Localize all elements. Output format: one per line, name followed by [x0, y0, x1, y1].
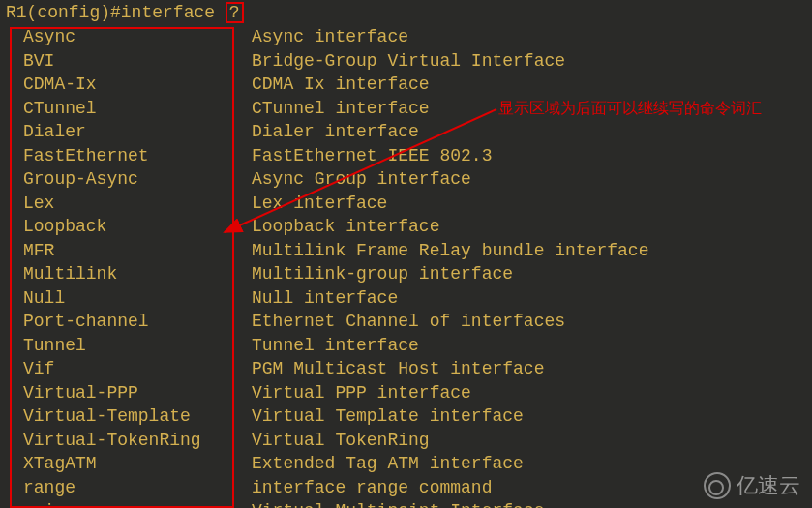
- annotation-text: 显示区域为后面可以继续写的命令词汇: [498, 99, 762, 119]
- interface-name: range: [6, 476, 252, 500]
- interface-name: Null: [6, 286, 252, 311]
- interface-name: FastEthernet: [6, 144, 252, 168]
- interface-row: MultilinkMultilink-group interface: [6, 262, 806, 286]
- help-question-mark: ?: [226, 2, 244, 23]
- interface-row: rangeinterface range command: [6, 476, 806, 500]
- interface-row: TunnelTunnel interface: [6, 334, 806, 358]
- interface-name: Async: [6, 25, 252, 49]
- interface-name: Virtual-PPP: [6, 381, 252, 405]
- interface-row: NullNull interface: [6, 286, 806, 311]
- interface-name: CDMA-Ix: [6, 73, 252, 97]
- interface-description: Loopback interface: [252, 215, 806, 239]
- interface-description: Lex interface: [252, 192, 806, 216]
- interface-help-list: AsyncAsync interfaceBVIBridge-Group Virt…: [0, 25, 812, 508]
- prompt-text: R1(config)#interface: [6, 3, 226, 22]
- interface-description: PGM Multicast Host interface: [252, 357, 806, 381]
- interface-name: Port-channel: [6, 310, 252, 334]
- interface-description: Virtual TokenRing: [252, 429, 806, 453]
- interface-row: FastEthernetFastEthernet IEEE 802.3: [6, 144, 806, 168]
- interface-row: LexLex interface: [6, 192, 806, 216]
- interface-description: Multilink-group interface: [252, 262, 806, 286]
- interface-name: BVI: [6, 49, 252, 74]
- interface-name: Multilink: [6, 262, 252, 286]
- command-prompt[interactable]: R1(config)#interface ?: [0, 0, 812, 25]
- interface-row: Virtual-TokenRingVirtual TokenRing: [6, 429, 806, 453]
- interface-description: Multilink Frame Relay bundle interface: [252, 239, 806, 263]
- interface-name: Group-Async: [6, 167, 252, 192]
- interface-description: Dialer interface: [252, 120, 806, 144]
- interface-description: Virtual Template interface: [252, 404, 806, 429]
- watermark-text: 亿速云: [737, 471, 800, 500]
- interface-row: LoopbackLoopback interface: [6, 215, 806, 239]
- interface-description: Virtual Multipoint Interface: [252, 499, 806, 508]
- interface-name: CTunnel: [6, 97, 252, 121]
- watermark-logo-icon: [704, 472, 731, 499]
- interface-description: Bridge-Group Virtual Interface: [252, 49, 806, 74]
- interface-row: Port-channelEthernet Channel of interfac…: [6, 310, 806, 334]
- interface-description: FastEthernet IEEE 802.3: [252, 144, 806, 168]
- interface-description: Tunnel interface: [252, 334, 806, 358]
- interface-name: Virtual-Template: [6, 404, 252, 429]
- interface-name: Virtual-TokenRing: [6, 429, 252, 453]
- interface-name: Dialer: [6, 120, 252, 144]
- interface-row: Virtual-PPPVirtual PPP interface: [6, 381, 806, 405]
- interface-row: VifPGM Multicast Host interface: [6, 357, 806, 381]
- interface-description: Virtual PPP interface: [252, 381, 806, 405]
- interface-row: Group-AsyncAsync Group interface: [6, 167, 806, 192]
- interface-row: XTagATMExtended Tag ATM interface: [6, 452, 806, 476]
- interface-name: Lex: [6, 192, 252, 216]
- interface-description: Async Group interface: [252, 167, 806, 192]
- interface-row: Virtual-TemplateVirtual Template interfa…: [6, 404, 806, 429]
- interface-name: Loopback: [6, 215, 252, 239]
- interface-name: XTagATM: [6, 452, 252, 476]
- interface-name: MFR: [6, 239, 252, 263]
- interface-description: Async interface: [252, 25, 806, 49]
- interface-description: CDMA Ix interface: [252, 73, 806, 97]
- watermark: 亿速云: [704, 471, 800, 500]
- interface-description: Ethernet Channel of interfaces: [252, 310, 806, 334]
- interface-row: vmiVirtual Multipoint Interface: [6, 499, 806, 508]
- interface-row: AsyncAsync interface: [6, 25, 806, 49]
- interface-description: Null interface: [252, 286, 806, 311]
- interface-name: Vif: [6, 357, 252, 381]
- interface-row: DialerDialer interface: [6, 120, 806, 144]
- interface-name: Tunnel: [6, 334, 252, 358]
- interface-row: MFRMultilink Frame Relay bundle interfac…: [6, 239, 806, 263]
- interface-name: vmi: [6, 499, 252, 508]
- interface-row: BVIBridge-Group Virtual Interface: [6, 49, 806, 74]
- interface-row: CDMA-IxCDMA Ix interface: [6, 73, 806, 97]
